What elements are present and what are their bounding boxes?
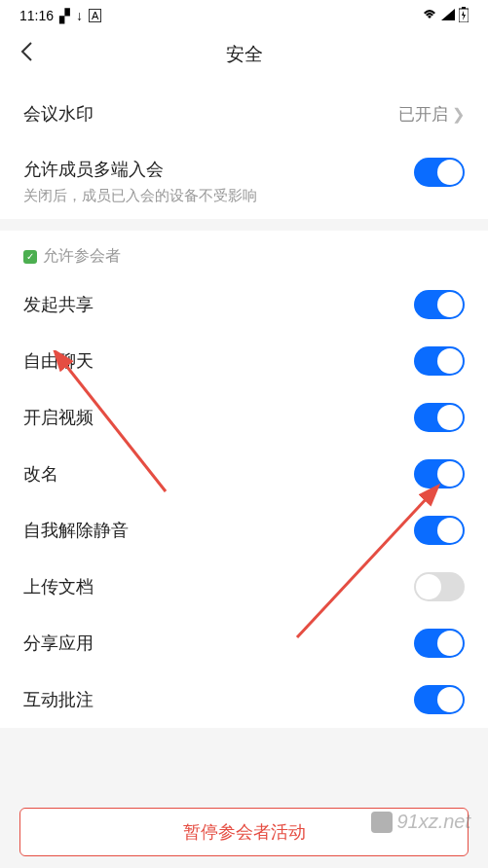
row-rename: 改名 <box>0 446 488 502</box>
wifi-icon <box>422 8 437 23</box>
unmute-label: 自我解除静音 <box>23 519 129 542</box>
chat-label: 自由聊天 <box>23 349 94 373</box>
row-multi-login: 允许成员多端入会 关闭后，成员已入会的设备不受影响 <box>0 142 488 219</box>
watermark-value: 已开启 <box>398 103 448 126</box>
row-share: 发起共享 <box>0 276 488 333</box>
video-toggle[interactable] <box>414 403 465 432</box>
watermark-text: 91xz.net <box>396 811 470 833</box>
row-unmute: 自我解除静音 <box>0 502 488 559</box>
download-icon: ↓ <box>76 8 83 23</box>
share-app-label: 分享应用 <box>23 632 94 655</box>
signal-icon <box>441 8 455 23</box>
row-watermark[interactable]: 会议水印 已开启 ❯ <box>0 86 488 142</box>
battery-icon <box>459 7 469 25</box>
multi-login-toggle[interactable] <box>414 158 465 187</box>
rename-toggle[interactable] <box>414 459 465 488</box>
share-app-toggle[interactable] <box>414 629 465 658</box>
annotate-toggle[interactable] <box>414 685 465 714</box>
page-title: 安全 <box>226 42 263 67</box>
chevron-right-icon: ❯ <box>452 105 465 124</box>
rename-label: 改名 <box>23 462 58 486</box>
annotate-label: 互动批注 <box>23 688 94 711</box>
multi-login-label: 允许成员多端入会 <box>23 158 414 181</box>
video-label: 开启视频 <box>23 406 94 429</box>
row-annotate: 互动批注 <box>0 671 488 728</box>
row-chat: 自由聊天 <box>0 333 488 389</box>
unmute-toggle[interactable] <box>414 516 465 545</box>
section-general: 会议水印 已开启 ❯ 允许成员多端入会 关闭后，成员已入会的设备不受影响 <box>0 78 488 219</box>
pause-activity-label: 暂停参会者活动 <box>183 820 306 844</box>
back-button[interactable] <box>19 41 33 68</box>
attendee-section-header: 允许参会者 <box>0 231 488 276</box>
row-share-app: 分享应用 <box>0 615 488 671</box>
row-video: 开启视频 <box>0 389 488 446</box>
share-toggle[interactable] <box>414 290 465 319</box>
watermark-logo-icon <box>371 812 393 833</box>
watermark-overlay: 91xz.net <box>371 811 470 833</box>
shield-check-icon <box>23 250 37 264</box>
ad-icon: A <box>89 9 101 22</box>
watermark-label: 会议水印 <box>23 102 94 126</box>
share-label: 发起共享 <box>23 293 94 316</box>
status-time: 11:16 <box>19 8 54 23</box>
header: 安全 <box>0 31 488 78</box>
status-bar: 11:16 ▞ ↓ A <box>0 0 488 31</box>
chart-icon: ▞ <box>59 8 70 23</box>
multi-login-sub: 关闭后，成员已入会的设备不受影响 <box>23 187 414 205</box>
upload-label: 上传文档 <box>23 575 94 598</box>
attendee-header-label: 允许参会者 <box>43 246 121 267</box>
chat-toggle[interactable] <box>414 346 465 376</box>
section-attendee: 允许参会者 发起共享自由聊天开启视频改名自我解除静音上传文档分享应用互动批注 <box>0 231 488 728</box>
upload-toggle[interactable] <box>414 572 465 601</box>
row-upload: 上传文档 <box>0 559 488 615</box>
